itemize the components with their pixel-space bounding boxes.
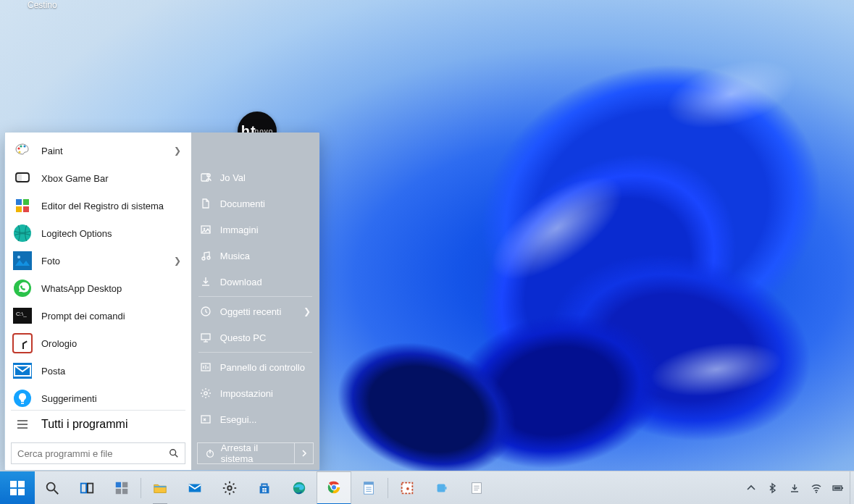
chrome-icon [326, 479, 342, 495]
shutdown-label: Arresta il sistema [221, 442, 287, 464]
mfu-item-mail[interactable]: Posta [5, 357, 191, 385]
svg-rect-54 [81, 483, 86, 492]
right-item-user[interactable]: Jo Val [191, 164, 319, 190]
taskbar-widgets-button[interactable] [104, 471, 139, 505]
svg-rect-59 [122, 488, 127, 493]
right-item-panel[interactable]: Pannello di controllo [191, 354, 319, 380]
taskbar-file-explorer-button[interactable] [143, 471, 177, 505]
mfu-item-wa[interactable]: WhatsApp Desktop [5, 274, 191, 302]
right-item-doc[interactable]: Documenti [191, 190, 319, 217]
right-item-pc[interactable]: Questo PC [191, 324, 319, 350]
svg-line-68 [233, 491, 235, 492]
right-item-music[interactable]: Musica [191, 243, 319, 269]
mfu-item-cmd[interactable]: C:\_Prompt dei comandi [5, 302, 191, 329]
svg-line-67 [225, 483, 227, 484]
taskbar-chrome-button[interactable] [317, 471, 351, 505]
settings-icon [222, 480, 238, 496]
mfu-item-label: Paint [41, 146, 165, 156]
mfu-item-logi[interactable]: Logitech Options [5, 219, 191, 247]
search-input[interactable] [17, 448, 169, 459]
svg-rect-55 [88, 483, 93, 492]
right-item-image[interactable]: Immagini [191, 217, 319, 243]
chevron-right-icon: ❯ [174, 256, 184, 266]
shutdown-button[interactable]: Arresta il sistema [198, 443, 294, 463]
right-item-label: Questo PC [220, 332, 311, 343]
right-item-label: Musica [220, 251, 311, 261]
taskbar-separator [388, 478, 388, 498]
taskbar-search-button[interactable] [35, 471, 70, 505]
mfu-item-foto[interactable]: Foto❯ [5, 247, 191, 274]
taskbar-microsoft-store-button[interactable] [247, 471, 282, 505]
svg-rect-11 [13, 251, 32, 270]
right-item-run[interactable]: Esegui... [191, 406, 319, 432]
mfu-item-clock[interactable]: Orologio [5, 329, 191, 357]
windows-logo-icon [10, 481, 25, 495]
mfu-item-regedit[interactable]: Editor del Registro di sistema [5, 192, 191, 219]
search-icon [44, 480, 60, 496]
mfu-item-tips[interactable]: Suggerimenti [5, 385, 191, 408]
taskbar-task-view-button[interactable] [70, 471, 104, 505]
svg-rect-7 [23, 199, 29, 205]
show-desktop-button[interactable] [850, 471, 854, 505]
taskbar-mail-button[interactable] [177, 471, 212, 505]
right-item-recent[interactable]: Oggetti recenti❯ [191, 298, 319, 324]
taskbar-text-app-button[interactable] [459, 471, 494, 505]
svg-rect-73 [262, 490, 264, 492]
tray-battery-icon[interactable] [832, 482, 844, 494]
search-box[interactable] [11, 442, 185, 464]
tray-chevron-up-icon[interactable] [745, 482, 757, 494]
paint-icon [12, 140, 33, 161]
mfu-item-label: Logitech Options [41, 228, 165, 239]
mail-icon [187, 480, 203, 496]
right-item-download[interactable]: Download [191, 269, 319, 295]
mfu-item-xbox[interactable]: Xbox Game Bar [5, 164, 191, 192]
svg-point-3 [18, 151, 20, 153]
tray-bluetooth-icon[interactable] [767, 482, 779, 494]
svg-line-45 [202, 390, 204, 391]
svg-point-0 [17, 147, 20, 149]
taskbar-pins [0, 471, 494, 504]
start-menu-right-pane: Jo ValDocumentiImmaginiMusicaDownloadOgg… [191, 133, 319, 470]
mail-icon [12, 361, 33, 381]
snip-icon [399, 480, 415, 496]
run-icon [200, 413, 212, 425]
svg-line-48 [208, 390, 209, 391]
right-item-label: Pannello di controllo [220, 362, 311, 373]
svg-rect-72 [264, 488, 266, 490]
all-programs-button[interactable]: Tutti i programmi [5, 412, 191, 437]
mfu-item-label: Xbox Game Bar [41, 173, 165, 184]
taskbar-snip-button[interactable] [390, 471, 424, 505]
clock-icon [12, 333, 33, 353]
taskbar-start-button[interactable] [0, 471, 35, 505]
search-icon [169, 448, 179, 458]
taskbar-notepad-button[interactable] [351, 471, 386, 505]
task-view-icon [79, 480, 95, 496]
svg-rect-80 [364, 482, 374, 484]
right-item-gear[interactable]: Impostazioni [191, 380, 319, 406]
mfu-item-paint[interactable]: Paint❯ [5, 137, 191, 164]
tray-download-status-icon[interactable] [789, 482, 800, 494]
svg-line-69 [225, 491, 227, 492]
gear-icon [200, 387, 212, 399]
right-pane-separator [198, 296, 312, 297]
svg-line-70 [233, 483, 235, 484]
notepad-icon [361, 480, 377, 496]
right-item-label: Documenti [220, 198, 311, 209]
desktop-icon-label[interactable]: Cestino [28, 0, 57, 10]
shutdown-options-button[interactable] [294, 443, 313, 463]
taskbar-separator [141, 478, 141, 498]
svg-point-28 [204, 228, 205, 230]
svg-point-29 [202, 257, 205, 260]
mfu-item-label: Orologio [41, 338, 165, 349]
tray-wifi-icon[interactable] [811, 482, 822, 494]
taskbar-settings-button[interactable] [212, 471, 247, 505]
taskbar-edge-button[interactable] [282, 471, 317, 505]
right-item-label: Immagini [220, 224, 311, 235]
system-tray [745, 482, 850, 494]
svg-point-1 [20, 145, 22, 147]
taskbar-battery-app-button[interactable] [424, 471, 459, 505]
svg-point-40 [204, 392, 207, 395]
cmd-icon: C:\_ [12, 306, 33, 326]
image-icon [200, 224, 212, 235]
mfu-item-label: WhatsApp Desktop [41, 283, 165, 294]
